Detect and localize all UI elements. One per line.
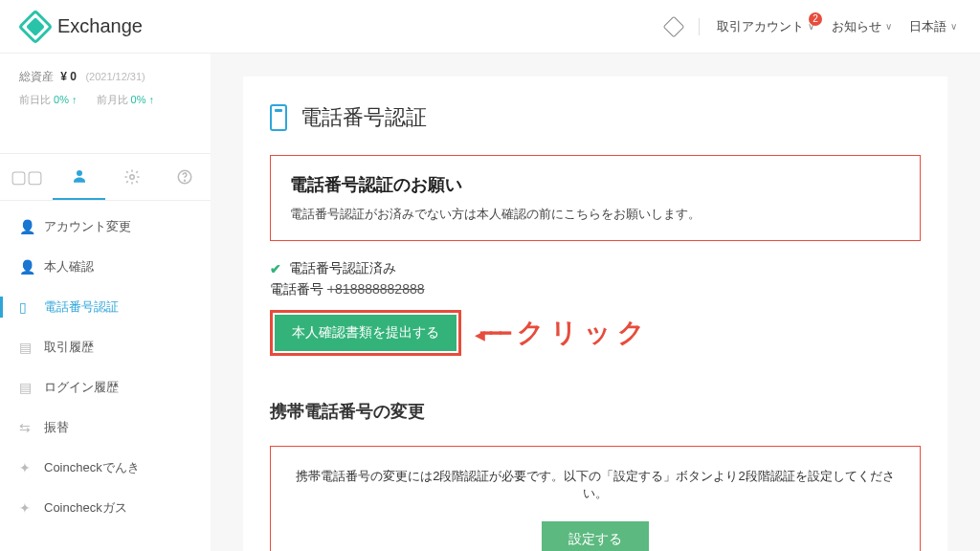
change-phone-body: 携帯電話番号の変更には2段階認証が必要です。以下の「設定する」ボタンより2段階認… (290, 468, 901, 502)
assets-date: (2021/12/31) (85, 71, 145, 82)
tab-account-icon[interactable] (53, 154, 105, 200)
nav-label: ログイン履歴 (44, 379, 119, 396)
check-icon: ✔ (270, 261, 281, 276)
phone-label: 電話番号 (270, 281, 323, 297)
tab-help-icon[interactable] (158, 154, 211, 200)
phone-icon (270, 104, 287, 131)
total-assets: 総資産 ¥ 0 (2021/12/31) (0, 69, 211, 93)
notification-badge: 2 (809, 12, 822, 26)
notices-label: お知らせ (832, 18, 881, 35)
nav-identity-verify[interactable]: 👤本人確認 (0, 247, 211, 287)
svg-point-0 (77, 170, 82, 176)
header: Exchange 取引アカウント ∨ 2 お知らせ ∨ 日本語 ∨ (0, 0, 980, 54)
nav-login-history[interactable]: ▤ログイン履歴 (0, 367, 211, 408)
phone-number: +818888882888 (327, 281, 425, 297)
verified-text: 電話番号認証済み (289, 260, 396, 277)
prev-month-label: 前月比 (97, 94, 128, 105)
main-content: 電話番号認証 電話番号認証のお願い 電話番号認証がお済みでない方は本人確認の前に… (211, 54, 980, 551)
section-change-phone-title: 携帯電話番号の変更 (270, 400, 921, 423)
divider (699, 18, 700, 35)
nav-label: 本人確認 (44, 258, 94, 276)
phone-display: 電話番号 +818888882888 (270, 281, 921, 298)
document-icon: ▤ (19, 380, 34, 395)
nav-label: 振替 (44, 419, 69, 436)
sidebar-tabs: ▢▢ (0, 153, 211, 201)
nav-trade-history[interactable]: ▤取引履歴 (0, 327, 211, 367)
assets-amount: ¥ 0 (60, 70, 77, 83)
prev-day-value: 0% ↑ (54, 94, 77, 105)
tab-settings-icon[interactable] (105, 154, 158, 200)
language-menu[interactable]: 日本語 ∨ (909, 18, 957, 35)
transfer-icon: ⇆ (19, 420, 34, 435)
nav-label: Coincheckでんき (44, 459, 140, 476)
settings-button[interactable]: 設定する (542, 521, 649, 551)
bulb-icon: ✦ (19, 460, 34, 475)
nav-denki[interactable]: ✦Coincheckでんき (0, 448, 211, 488)
page-title: 電話番号認証 (270, 103, 921, 132)
brand[interactable]: Exchange (23, 14, 143, 39)
nav-phone-auth[interactable]: ▯電話番号認証 (0, 287, 211, 327)
page-title-text: 電話番号認証 (301, 103, 427, 132)
brand-name: Exchange (57, 15, 143, 37)
chevron-down-icon: ∨ (950, 21, 957, 32)
user-icon: 👤 (19, 259, 34, 275)
flame-icon: ✦ (19, 500, 34, 516)
submit-highlight: 本人確認書類を提出する (270, 310, 461, 356)
click-text: クリック (517, 315, 651, 351)
click-annotation: ━━━ クリック (475, 315, 651, 351)
notices-menu[interactable]: お知らせ ∨ (832, 18, 892, 35)
verified-status: ✔ 電話番号認証済み (270, 260, 921, 277)
nav-label: 電話番号認証 (44, 298, 119, 316)
prev-day-label: 前日比 (19, 94, 51, 105)
sidebar: 総資産 ¥ 0 (2021/12/31) 前日比 0% ↑ 前月比 0% ↑ ▢… (0, 54, 211, 551)
chevron-down-icon: ∨ (885, 21, 892, 32)
prev-month-value: 0% ↑ (131, 94, 154, 105)
trading-account-label: 取引アカウント (717, 18, 804, 35)
header-actions: 取引アカウント ∨ 2 お知らせ ∨ 日本語 ∨ (666, 18, 957, 35)
nav-account-change[interactable]: 👤アカウント変更 (0, 207, 211, 247)
nav-transfer[interactable]: ⇆振替 (0, 408, 211, 448)
tab-dashboard-icon[interactable]: ▢▢ (0, 154, 53, 200)
delta-row: 前日比 0% ↑ 前月比 0% ↑ (0, 93, 211, 124)
trading-account-menu[interactable]: 取引アカウント ∨ 2 (717, 18, 814, 35)
language-label: 日本語 (909, 18, 947, 35)
svg-point-3 (184, 180, 185, 181)
notice-heading: 電話番号認証のお願い (290, 173, 901, 196)
change-phone-box: 携帯電話番号の変更には2段階認証が必要です。以下の「設定する」ボタンより2段階認… (270, 446, 921, 551)
submit-documents-button[interactable]: 本人確認書類を提出する (275, 315, 457, 351)
nav-gas[interactable]: ✦Coincheckガス (0, 488, 211, 528)
notice-box: 電話番号認証のお願い 電話番号認証がお済みでない方は本人確認の前にこちらをお願い… (270, 155, 921, 241)
assets-label: 総資産 (19, 70, 54, 83)
user-icon: 👤 (19, 219, 34, 234)
cube-icon[interactable] (663, 15, 685, 37)
nav-label: Coincheckガス (44, 499, 127, 517)
logo-icon (18, 9, 54, 44)
nav-label: 取引履歴 (44, 339, 94, 356)
notice-body: 電話番号認証がお済みでない方は本人確認の前にこちらをお願いします。 (290, 206, 901, 223)
nav-label: アカウント変更 (44, 218, 131, 235)
phone-icon: ▯ (19, 299, 34, 315)
sidebar-nav: 👤アカウント変更 👤本人確認 ▯電話番号認証 ▤取引履歴 ▤ログイン履歴 ⇆振替… (0, 201, 211, 528)
list-icon: ▤ (19, 340, 34, 355)
arrow-left-icon: ━━━ (475, 321, 509, 344)
svg-point-1 (129, 175, 134, 180)
